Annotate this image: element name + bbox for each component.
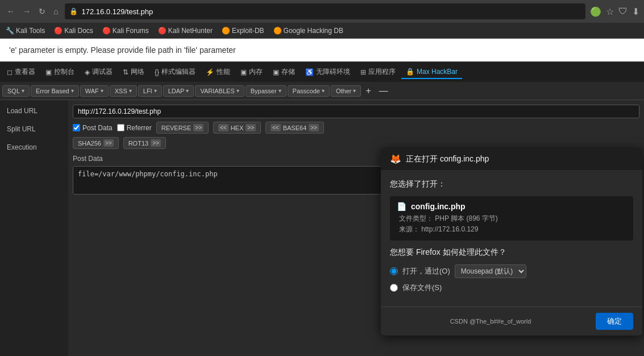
kali-forums-icon: 🔴	[102, 27, 111, 35]
tab-debugger[interactable]: ◈ 调试器	[80, 65, 117, 79]
hackbar-waf-btn[interactable]: WAF ▾	[80, 85, 109, 97]
hackbar-passcode-btn[interactable]: Passcode ▾	[288, 85, 330, 97]
ldap-dropdown-icon: ▾	[186, 88, 189, 94]
hackbar-bypasser-btn[interactable]: Bypasser ▾	[246, 85, 286, 97]
waf-dropdown-icon: ▾	[101, 88, 103, 94]
variables-dropdown-icon: ▾	[236, 88, 239, 94]
bypasser-dropdown-icon: ▾	[279, 88, 281, 94]
dialog-question: 您想要 Firefox 如何处理此文件？	[390, 247, 633, 258]
style-editor-icon: {}	[155, 68, 159, 76]
reverse-encode-button[interactable]: REVERSE >>	[156, 122, 209, 134]
load-url-button[interactable]: Load URL	[0, 102, 68, 119]
firefox-icon: 🦊	[390, 154, 401, 164]
save-file-radio-row: 保存文件(S)	[390, 283, 633, 293]
bookmark-kali-tools[interactable]: 🔧 Kali Tools	[3, 26, 47, 36]
shield-icon: 🛡	[618, 6, 628, 16]
refresh-button[interactable]: ↻	[36, 5, 48, 18]
hackbar-error-based-btn[interactable]: Error Based ▾	[31, 85, 79, 97]
hackbar-more-button[interactable]: —	[376, 85, 392, 97]
file-name-row: 📄 config.inc.php	[397, 202, 626, 211]
extension-icon: 🟢	[590, 6, 601, 17]
open-app-select[interactable]: Mousepad (默认)	[455, 264, 526, 278]
file-type-label: 文件类型：	[399, 214, 433, 222]
kali-docs-icon: 🔴	[54, 27, 63, 35]
memory-icon: ▣	[240, 68, 247, 76]
hex-right-arrow-icon: >>	[246, 124, 256, 131]
source-label: 来源：	[399, 225, 419, 233]
file-meta: 文件类型： PHP 脚本 (896 字节) 来源： http://172.16.…	[397, 213, 626, 235]
bookmark-label: Kali Forums	[113, 27, 149, 35]
application-icon: ⊞	[360, 68, 366, 76]
other-dropdown-icon: ▾	[353, 88, 356, 94]
post-data-label: Post Data	[82, 124, 113, 132]
nav-actions: 🟢 ☆ 🛡 ⬇	[590, 6, 639, 17]
referrer-checkbox-label[interactable]: Referrer	[117, 124, 152, 132]
back-button[interactable]: ←	[5, 5, 17, 18]
hackbar-lock-icon: 🔒	[406, 68, 414, 76]
tab-network[interactable]: ⇅ 网络	[118, 65, 149, 79]
hackbar-sidebar: Load URL Split URL Execution	[0, 100, 68, 356]
bookmark-kali-nethunter[interactable]: 🔴 Kali NetHunter	[156, 26, 215, 36]
devtools-bar: ◻ 查看器 ▣ 控制台 ◈ 调试器 ⇅ 网络 {} 样式编辑器 ⚡ 性能	[0, 61, 644, 82]
accessibility-icon: ♿	[305, 68, 314, 76]
tab-performance[interactable]: ⚡ 性能	[201, 65, 235, 79]
open-radio[interactable]	[390, 267, 398, 275]
hackbar-variables-btn[interactable]: VARIABLES ▾	[195, 85, 244, 97]
tab-hackbar[interactable]: 🔒 Max HackBar	[401, 65, 462, 79]
execution-button[interactable]: Execution	[0, 139, 68, 156]
post-data-checkbox-label[interactable]: Post Data	[73, 124, 113, 132]
forward-button[interactable]: →	[20, 5, 33, 18]
network-icon: ⇅	[123, 68, 128, 76]
referrer-checkbox[interactable]	[117, 124, 124, 131]
dialog-footer: CSDN @The_b##e_of_world 确定	[381, 307, 642, 336]
rot13-arrow-icon: >>	[151, 139, 161, 147]
hackbar-options-row: Post Data Referrer REVERSE >> << HEX	[73, 122, 639, 134]
hackbar-add-tab-button[interactable]: +	[362, 85, 374, 97]
tab-accessibility[interactable]: ♿ 无障碍环境	[301, 65, 355, 79]
bookmark-kali-forums[interactable]: 🔴 Kali Forums	[100, 26, 151, 36]
bookmarks-bar: 🔧 Kali Tools 🔴 Kali Docs 🔴 Kali Forums 🔴…	[0, 23, 644, 39]
save-radio[interactable]	[390, 284, 398, 292]
dialog-ok-button[interactable]: 确定	[596, 313, 633, 330]
url-input[interactable]	[73, 105, 639, 118]
tab-memory[interactable]: ▣ 内存	[236, 65, 267, 79]
google-hacking-db-icon: 🟠	[273, 27, 282, 35]
rot13-button[interactable]: ROT13 >>	[123, 137, 166, 149]
address-bar[interactable]: 🔒 172.16.0.129/test.php	[65, 3, 585, 19]
post-data-checkbox[interactable]	[73, 124, 80, 131]
url-display: 172.16.0.129/test.php	[81, 7, 153, 16]
tab-application[interactable]: ⊞ 应用程序	[356, 65, 400, 79]
browser-window: ← → ↻ ⌂ 🔒 172.16.0.129/test.php 🟢 ☆ 🛡 ⬇ …	[0, 0, 644, 356]
tab-console[interactable]: ▣ 控制台	[41, 65, 79, 79]
file-open-dialog: 🦊 正在打开 config.inc.php 您选择了打开： 📄 config.i…	[381, 148, 642, 336]
star-icon[interactable]: ☆	[606, 6, 614, 17]
bookmark-exploit-db[interactable]: 🟠 Exploit-DB	[219, 26, 267, 36]
tab-style-editor[interactable]: {} 样式编辑器	[150, 65, 200, 79]
hex-encode-button[interactable]: << HEX >>	[213, 122, 261, 134]
reverse-arrow-icon: >>	[193, 124, 203, 131]
download-icon[interactable]: ⬇	[632, 6, 639, 17]
sha256-button[interactable]: SHA256 >>	[73, 137, 119, 149]
home-button[interactable]: ⌂	[51, 5, 60, 18]
performance-icon: ⚡	[206, 68, 214, 76]
base64-encode-button[interactable]: << BASE64 >>	[265, 122, 324, 134]
sql-dropdown-icon: ▾	[22, 88, 24, 94]
hash-row: SHA256 >> ROT13 >>	[73, 137, 639, 149]
hackbar-lfi-btn[interactable]: LFI ▾	[138, 85, 162, 97]
hackbar-other-btn[interactable]: Other ▾	[331, 85, 362, 97]
tab-inspector[interactable]: ◻ 查看器	[2, 65, 40, 79]
file-info-box: 📄 config.inc.php 文件类型： PHP 脚本 (896 字节) 来…	[390, 196, 633, 241]
hackbar-xss-btn[interactable]: XSS ▾	[110, 85, 137, 97]
bookmark-kali-docs[interactable]: 🔴 Kali Docs	[52, 26, 95, 36]
xss-dropdown-icon: ▾	[129, 88, 132, 94]
tab-storage[interactable]: ▣ 存储	[268, 65, 300, 79]
debugger-icon: ◈	[85, 68, 90, 76]
bookmark-google-hacking-db[interactable]: 🟠 Google Hacking DB	[271, 26, 346, 36]
kali-tools-icon: 🔧	[6, 27, 14, 35]
page-message: 'e' parameter is empty. Please provide f…	[0, 39, 644, 61]
file-type-value: PHP 脚本 (896 字节)	[435, 214, 497, 222]
split-url-button[interactable]: Split URL	[0, 121, 68, 138]
hackbar-ldap-btn[interactable]: LDAP ▾	[163, 85, 194, 97]
hackbar-sql-btn[interactable]: SQL ▾	[2, 85, 30, 97]
exploit-db-icon: 🟠	[222, 27, 230, 35]
